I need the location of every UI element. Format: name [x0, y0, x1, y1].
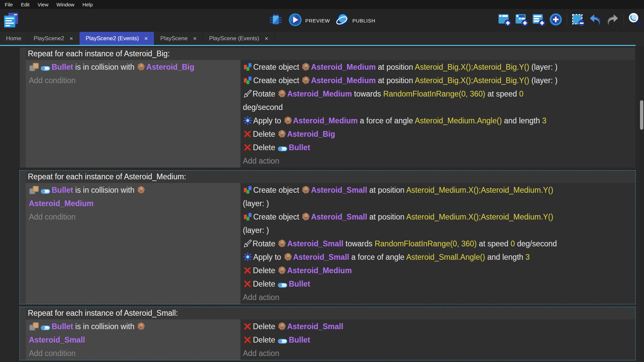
condition-row[interactable]: Bullet is in collision with Asteroid_Big — [26, 60, 240, 74]
sentence-text: Delete — [253, 143, 277, 152]
action-row[interactable]: Delete Asteroid_Big — [240, 127, 635, 141]
action-row[interactable]: Rotate Asteroid_Medium towards RandomFlo… — [240, 87, 635, 114]
object-name: Bullet — [52, 322, 73, 331]
add-circle-button[interactable] — [549, 13, 563, 27]
event-drag-handle[interactable] — [20, 171, 26, 304]
sentence-text: Delete — [253, 280, 277, 288]
expression-parameter: Asteroid_Medium.X();Asteroid_Medium.Y() — [406, 213, 553, 221]
tab-playscene-events[interactable]: PlayScene (Events)× — [203, 32, 274, 45]
collision-icon — [29, 63, 39, 71]
action-row[interactable]: Delete Bullet — [240, 333, 635, 347]
sentence-text: Delete — [253, 266, 277, 275]
tab-close-icon[interactable]: × — [265, 35, 268, 42]
tab-close-icon[interactable]: × — [193, 35, 197, 42]
tab-close-icon[interactable]: × — [144, 35, 148, 42]
redo-button[interactable] — [605, 13, 620, 27]
delete-icon — [243, 143, 252, 152]
action-row[interactable]: Delete Asteroid_Medium — [240, 264, 635, 277]
event-block[interactable]: Repeat for each instance of Asteroid_Med… — [19, 170, 636, 304]
tab-playscene2-events[interactable]: PlayScene2 (Events)× — [79, 32, 154, 45]
object-name: Asteroid_Small — [311, 186, 367, 194]
vertical-scrollbar[interactable] — [639, 46, 644, 362]
sentence-text: and length — [502, 116, 542, 125]
expression-parameter: Asteroid_Medium.Angle() — [415, 116, 502, 125]
asteroid-icon — [302, 212, 310, 221]
publish-globe-icon — [335, 22, 350, 28]
tab-close-icon[interactable]: × — [69, 35, 73, 42]
sentence-text: is in collision with — [73, 186, 137, 194]
select-remove-button[interactable] — [571, 13, 585, 27]
add-comment-button[interactable] — [532, 13, 546, 27]
action-row[interactable]: Delete Asteroid_Small — [240, 320, 635, 333]
action-row[interactable]: Create object Asteroid_Medium at positio… — [240, 74, 635, 87]
object-name: Asteroid_Small — [287, 239, 343, 248]
object-name: Bullet — [289, 143, 310, 152]
action-row[interactable]: Delete Bullet — [240, 277, 635, 291]
event-drag-handle[interactable] — [20, 48, 26, 168]
sentence-text: Rotate — [253, 239, 277, 248]
conditions-column: Bullet is in collision with Asteroid_Sma… — [26, 319, 240, 360]
event-header[interactable]: Repeat for each instance of Asteroid_Sma… — [26, 307, 635, 319]
force-icon — [243, 116, 252, 125]
menu-item-view[interactable]: View — [34, 0, 52, 9]
add-condition-link[interactable]: Add condition — [26, 74, 240, 87]
add-subevent-icon — [515, 13, 528, 27]
preview-label: PREVIEW — [305, 18, 330, 23]
tab-playscene[interactable]: PlayScene× — [154, 32, 203, 45]
action-row[interactable]: Apply to Asteroid_Small a force of angle… — [240, 250, 635, 264]
actions-column: Create object Asteroid_Medium at positio… — [240, 60, 635, 168]
event-drag-handle[interactable] — [20, 307, 26, 360]
asteroid-icon — [302, 76, 310, 85]
menu-item-edit[interactable]: Edit — [17, 0, 34, 9]
preview-button[interactable]: PREVIEW — [288, 13, 330, 28]
object-name: Asteroid_Medium — [311, 76, 376, 85]
actions-column: Create object Asteroid_Small at position… — [240, 183, 635, 304]
object-name: Asteroid_Medium — [287, 89, 352, 98]
action-row[interactable]: Apply to Asteroid_Medium a force of angl… — [240, 114, 635, 127]
sentence-text: Create object — [253, 63, 301, 71]
project-manager-button[interactable] — [3, 12, 19, 29]
undo-button[interactable] — [588, 13, 602, 27]
action-row[interactable]: Create object Asteroid_Medium at positio… — [240, 60, 635, 74]
debug-button[interactable] — [269, 13, 283, 27]
action-row[interactable]: Create object Asteroid_Small at position… — [240, 183, 635, 210]
publish-button[interactable]: PUBLISH — [335, 13, 375, 28]
toolbar-separator — [624, 14, 624, 26]
event-block[interactable]: Repeat for each instance of Asteroid_Big… — [19, 47, 636, 168]
bullet-icon — [278, 338, 288, 344]
event-header[interactable]: Repeat for each instance of Asteroid_Big… — [26, 48, 635, 60]
add-action-link[interactable]: Add action — [240, 154, 635, 168]
scrollbar-thumb[interactable] — [640, 100, 643, 130]
add-condition-link[interactable]: Add condition — [26, 347, 240, 360]
object-name: Bullet — [52, 63, 73, 71]
add-action-link[interactable]: Add action — [240, 291, 635, 304]
menu-item-window[interactable]: Window — [52, 0, 78, 9]
add-condition-link[interactable]: Add condition — [26, 210, 240, 224]
object-name: Asteroid_Medium — [293, 116, 358, 125]
add-event-button[interactable] — [497, 13, 512, 27]
action-row[interactable]: Delete Bullet — [240, 141, 635, 154]
expression-parameter: 3 — [542, 116, 546, 125]
event-header[interactable]: Repeat for each instance of Asteroid_Med… — [26, 171, 635, 183]
event-content: Repeat for each instance of Asteroid_Big… — [26, 48, 635, 168]
tab-home[interactable]: Home — [0, 32, 28, 45]
action-row[interactable]: Create object Asteroid_Small at position… — [240, 210, 635, 237]
object-name: Asteroid_Medium — [287, 266, 352, 275]
tab-playscene2[interactable]: PlayScene2× — [28, 32, 79, 45]
sentence-text: Delete — [253, 322, 277, 331]
condition-row[interactable]: Bullet is in collision with Asteroid_Sma… — [26, 320, 240, 347]
event-content: Repeat for each instance of Asteroid_Sma… — [26, 307, 635, 360]
menu-item-file[interactable]: File — [1, 0, 17, 9]
preview-play-icon — [288, 22, 302, 28]
tab-label: Home — [6, 35, 21, 42]
add-subevent-button[interactable] — [515, 13, 529, 27]
collision-icon — [29, 322, 39, 331]
object-name: Bullet — [52, 186, 73, 194]
search-icon — [628, 12, 642, 28]
action-row[interactable]: Rotate Asteroid_Small towards RandomFloa… — [240, 237, 635, 250]
event-block[interactable]: Repeat for each instance of Asteroid_Sma… — [19, 307, 636, 360]
menu-item-help[interactable]: Help — [78, 0, 97, 9]
condition-row[interactable]: Bullet is in collision with Asteroid_Med… — [26, 183, 240, 210]
add-action-link[interactable]: Add action — [240, 347, 635, 360]
search-button[interactable] — [628, 13, 642, 27]
